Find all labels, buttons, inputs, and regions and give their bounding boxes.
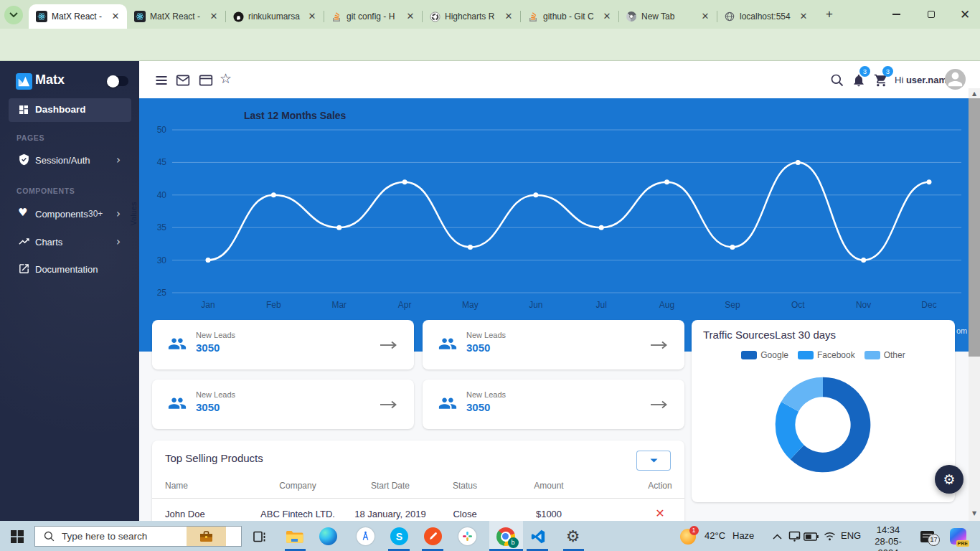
tab-close-icon[interactable]: ✕ (601, 11, 613, 22)
sidebar-item-label: Session/Auth (35, 155, 90, 166)
legend-label: Facebook (817, 350, 855, 360)
new-tab-button[interactable]: + (822, 8, 837, 22)
tab-close-icon[interactable]: ✕ (503, 11, 514, 22)
browser-toolbar: ← → ↻ localhost:3000/dashboard/default ☆… (0, 29, 980, 61)
tray-language[interactable]: ENG (841, 530, 861, 541)
tab-matx-react-1[interactable]: MatX React - ✕ (29, 4, 127, 29)
favorites-star-icon[interactable]: ☆ (220, 70, 234, 85)
pen-app-button[interactable] (423, 527, 443, 546)
tab-close-icon[interactable]: ✕ (405, 11, 416, 22)
arrow-right-icon[interactable] (380, 341, 398, 349)
col-header-status: Status (453, 481, 477, 491)
sidebar-item-session-auth[interactable]: Session/Auth › (0, 149, 139, 171)
sidebar-item-charts[interactable]: Charts › (0, 231, 139, 253)
pinwheel-app-button[interactable] (458, 527, 477, 546)
skype-button[interactable]: S (390, 527, 409, 546)
search-icon[interactable] (830, 73, 844, 88)
scroll-down-arrow[interactable]: ▼ (969, 509, 980, 518)
tray-temperature[interactable]: 42°C (705, 530, 725, 541)
tab-close-icon[interactable]: ✕ (208, 11, 220, 22)
tab-highcharts[interactable]: Highcharts R ✕ (422, 4, 520, 29)
stat-card-new-leads-1[interactable]: New Leads 3050 (152, 320, 414, 369)
window-close-button[interactable]: ✕ (950, 0, 980, 29)
legend-label: Google (760, 350, 788, 360)
vscode-icon (530, 529, 546, 545)
sidebar-item-components[interactable]: ♥ Components 30+ › (0, 203, 139, 225)
arrow-right-icon[interactable] (650, 400, 669, 409)
user-greeting: Hi user.name (895, 75, 952, 85)
arrow-right-icon[interactable] (380, 400, 398, 409)
tray-battery-icon[interactable] (801, 527, 821, 546)
sidebar-item-documentation[interactable]: Documentation (0, 258, 139, 280)
tab-close-icon[interactable]: ✕ (798, 11, 809, 22)
tab-new-tab[interactable]: New Tab ✕ (618, 4, 717, 29)
page-scrollbar[interactable]: ▲ ▼ (969, 88, 980, 521)
file-explorer-button[interactable] (285, 527, 304, 546)
tab-search-chevron-button[interactable] (4, 6, 23, 24)
tray-time: 14:34 (864, 524, 912, 536)
notification-badge: 3 (859, 66, 870, 77)
components-count-badge: 30+ (88, 209, 103, 219)
search-highlight-app[interactable] (187, 527, 226, 546)
svg-text:Aug: Aug (659, 300, 674, 310)
tab-matx-react-2[interactable]: MatX React - ✕ (127, 4, 225, 29)
traffic-sources-card: Traffic SourcesLast 30 days Google Faceb… (692, 320, 955, 502)
chevron-right-icon: › (116, 235, 121, 248)
stat-value: 3050 (196, 342, 220, 354)
sales-line-chart: 253035404550JanFebMarAprMayJunJulAugSepO… (139, 98, 969, 352)
tray-wifi-icon[interactable] (820, 527, 839, 546)
delete-action-icon[interactable]: ✕ (655, 507, 664, 520)
svg-text:Feb: Feb (266, 300, 281, 310)
tray-expand-button[interactable] (768, 527, 787, 546)
notification-center-button[interactable]: 17 (918, 527, 937, 546)
dev-compass-button[interactable] (356, 527, 375, 546)
tab-github-git[interactable]: github - Git C ✕ (520, 4, 618, 29)
tab-title: rinkukumarsa (248, 11, 305, 22)
sidebar-toggle[interactable] (109, 76, 128, 86)
arrow-right-icon[interactable] (650, 341, 669, 349)
scroll-thumb[interactable] (969, 98, 980, 357)
screen: MatX React - ✕ MatX React - ✕ rinkukumar… (0, 0, 980, 551)
vscode-button[interactable] (528, 527, 547, 546)
start-button[interactable] (7, 527, 27, 546)
products-title: Top Selling Products (165, 452, 263, 464)
sidebar-item-dashboard[interactable]: Dashboard (9, 98, 131, 122)
svg-text:Jan: Jan (201, 300, 215, 310)
tab-close-icon[interactable]: ✕ (306, 11, 318, 22)
scroll-up-arrow[interactable]: ▲ (969, 90, 980, 98)
wifi-icon (824, 532, 836, 541)
stat-value: 3050 (466, 342, 490, 354)
copilot-button[interactable]: PRE (948, 527, 968, 546)
tab-close-icon[interactable]: ✕ (699, 11, 711, 22)
tab-github-repo[interactable]: rinkukumarsa ✕ (225, 4, 324, 29)
web-window-icon[interactable] (199, 73, 213, 88)
chrome-button[interactable]: b (496, 527, 515, 546)
tab-git-config[interactable]: git config - H ✕ (324, 4, 422, 29)
menu-icon[interactable] (154, 73, 169, 88)
section-label-pages: PAGES (17, 133, 44, 142)
gear-icon: ⚙ (566, 527, 580, 545)
tab-close-icon[interactable]: ✕ (110, 11, 121, 22)
theme-settings-fab[interactable]: ⚙ (935, 465, 963, 494)
edge-button[interactable] (319, 527, 338, 546)
screen-cast-icon (788, 531, 801, 542)
window-restore-button[interactable] (916, 0, 946, 29)
tray-weather-condition[interactable]: Haze (732, 530, 754, 541)
task-view-button[interactable] (250, 527, 269, 546)
user-avatar[interactable] (945, 69, 966, 90)
chrome-icon (626, 11, 637, 22)
stat-card-new-leads-4[interactable]: New Leads 3050 (423, 380, 684, 429)
mail-icon[interactable] (176, 73, 190, 88)
products-dropdown-button[interactable] (636, 451, 671, 471)
tray-clock[interactable]: 14:34 28-05-2024 (864, 524, 912, 551)
stat-card-new-leads-3[interactable]: New Leads 3050 (152, 380, 414, 429)
tab-localhost[interactable]: localhost:554 ✕ (717, 4, 815, 29)
people-icon (438, 335, 458, 351)
settings-button[interactable]: ⚙ (563, 527, 583, 546)
window-minimize-button[interactable] (881, 0, 911, 29)
weather-tray-icon[interactable]: 1 (678, 527, 697, 546)
taskbar-search-input[interactable]: Type here to search (34, 526, 242, 547)
stat-card-new-leads-2[interactable]: New Leads 3050 (423, 320, 684, 369)
scrollbar-cap (969, 61, 980, 88)
svg-text:50: 50 (157, 125, 167, 135)
